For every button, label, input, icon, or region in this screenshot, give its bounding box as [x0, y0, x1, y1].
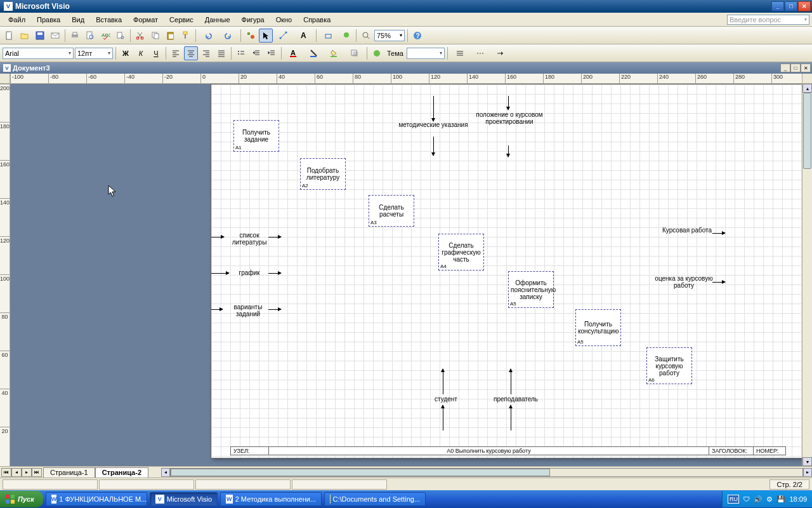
decrease-indent-button[interactable] [249, 46, 263, 60]
cut-button[interactable] [133, 29, 147, 43]
research-button[interactable] [114, 29, 128, 43]
fill-color-button[interactable] [339, 29, 353, 43]
menu-shape[interactable]: Фигура [236, 15, 270, 25]
hscroll-thumb[interactable] [171, 469, 550, 476]
block-a2[interactable]: Подобрать литературуА2 [300, 158, 346, 190]
block-a5b[interactable]: Получить консультациюА5 [575, 309, 621, 346]
shadow-button[interactable] [345, 46, 364, 60]
align-left-button[interactable] [169, 46, 183, 60]
print-preview-button[interactable] [83, 29, 97, 43]
horizontal-scrollbar[interactable] [170, 468, 803, 477]
italic-button[interactable]: К [134, 46, 148, 60]
format-painter-button[interactable] [179, 29, 193, 43]
shapes-button[interactable] [244, 29, 258, 43]
vertical-scrollbar[interactable]: ▴ ▾ [802, 84, 812, 466]
drawing-tools-button[interactable] [319, 29, 338, 43]
menu-data[interactable]: Данные [199, 15, 236, 25]
tab-nav-first[interactable]: ⏮ [1, 468, 11, 477]
redo-button[interactable] [219, 29, 238, 43]
doc-restore-button[interactable]: □ [790, 64, 801, 72]
taskbar-item-2[interactable]: VMicrosoft Visio [150, 492, 218, 506]
menu-edit[interactable]: Правка [31, 15, 66, 25]
copy-button[interactable] [148, 29, 162, 43]
tab-nav-next[interactable]: ▸ [22, 468, 32, 477]
tab-nav-last[interactable]: ⏭ [32, 468, 42, 477]
zoom-combo[interactable]: 75%▾ [374, 30, 405, 41]
menu-tools[interactable]: Сервис [164, 15, 199, 25]
zoom-out-icon[interactable] [359, 29, 373, 43]
doc-close-button[interactable]: ✕ [801, 64, 811, 72]
menu-help[interactable]: Справка [298, 15, 336, 25]
drawing-canvas[interactable]: Получить заданиеА1 Подобрать литературуА… [10, 84, 802, 466]
vscroll-thumb[interactable] [803, 93, 811, 169]
page-tab-1[interactable]: Страница-1 [43, 467, 95, 478]
underline-button[interactable]: Ч [149, 46, 163, 60]
line-ends-button[interactable] [491, 46, 510, 60]
bullets-button[interactable] [234, 46, 248, 60]
tray-icon-4[interactable]: 💾 [776, 495, 785, 504]
theme-icon[interactable] [370, 46, 384, 60]
clock[interactable]: 18:09 [789, 495, 807, 503]
start-button[interactable]: Пуск [0, 491, 43, 507]
block-a6[interactable]: Защитить курсовую работуА6 [646, 347, 692, 384]
block-a3[interactable]: Сделать расчетыА3 [369, 195, 414, 227]
block-a1[interactable]: Получить заданиеА1 [233, 120, 279, 152]
language-indicator[interactable]: RU [728, 495, 739, 504]
minimize-button[interactable]: _ [771, 1, 784, 11]
tab-nav-prev[interactable]: ◂ [11, 468, 22, 477]
block-a4[interactable]: Сделать графическую частьА4 [438, 234, 484, 271]
line-weight-button[interactable] [450, 46, 469, 60]
tray-icon-2[interactable]: 🔊 [754, 495, 763, 504]
horizontal-ruler[interactable]: -100-80-60-40-20020406080100120140160180… [10, 74, 802, 83]
font-size-combo[interactable]: 12пт▾ [75, 48, 113, 59]
save-button[interactable] [33, 29, 47, 43]
close-button[interactable]: ✕ [798, 1, 811, 11]
fill-bucket-button[interactable] [325, 46, 344, 60]
align-justify-button[interactable] [214, 46, 228, 60]
increase-indent-button[interactable] [265, 46, 278, 60]
align-center-button[interactable] [184, 46, 198, 60]
ask-question-box[interactable]: Введите вопрос▾ [727, 15, 809, 25]
paste-button[interactable] [164, 29, 178, 43]
bold-button[interactable]: Ж [119, 46, 133, 60]
hscroll-right-button[interactable]: ▸ [803, 468, 812, 477]
tray-icon-3[interactable]: ⚙ [766, 495, 773, 504]
status-cell-2 [99, 479, 194, 490]
spelling-button[interactable]: ABC [98, 29, 112, 43]
scroll-down-button[interactable]: ▾ [802, 457, 812, 466]
page-tab-2[interactable]: Страница-2 [95, 467, 148, 478]
menu-view[interactable]: Вид [66, 15, 90, 25]
undo-button[interactable] [199, 29, 218, 43]
connector-tool-button[interactable] [274, 29, 293, 43]
doc-minimize-button[interactable]: _ [780, 64, 790, 72]
block-a5[interactable]: Оформить пояснительную запискуА5 [508, 271, 554, 308]
taskbar-item-1[interactable]: W1 ФУНКЦИОНАЛЬНОЕ М... [46, 492, 147, 506]
menu-format[interactable]: Формат [128, 15, 164, 25]
restore-button[interactable]: □ [785, 1, 797, 11]
drawing-page[interactable]: Получить заданиеА1 Подобрать литературуА… [211, 84, 802, 458]
text-tool-button[interactable]: A [294, 29, 313, 43]
mail-button[interactable] [48, 29, 62, 43]
theme-combo[interactable]: ▾ [407, 48, 445, 59]
menu-insert[interactable]: Вставка [90, 15, 128, 25]
hscroll-left-button[interactable]: ◂ [161, 468, 170, 477]
print-button[interactable] [68, 29, 82, 43]
vertical-ruler[interactable]: 20018016014012010080604020 [0, 84, 10, 466]
line-pattern-button[interactable] [471, 46, 490, 60]
font-name-combo[interactable]: Arial▾ [3, 48, 74, 59]
align-right-button[interactable] [199, 46, 213, 60]
font-color-button[interactable]: A [284, 46, 303, 60]
line-color-button[interactable] [304, 46, 324, 60]
arrow-var-l [211, 309, 223, 310]
new-button[interactable] [3, 29, 16, 43]
help-button[interactable]: ? [410, 29, 424, 43]
pointer-tool-button[interactable] [259, 29, 273, 43]
menu-file[interactable]: Файл [3, 15, 31, 25]
tray-icon-1[interactable]: 🛡 [743, 495, 750, 503]
svg-text:A: A [291, 49, 296, 57]
menu-window[interactable]: Окно [270, 15, 298, 25]
taskbar-item-3[interactable]: W2 Методика выполнени... [220, 492, 322, 506]
taskbar-item-4[interactable]: C:\Documents and Setting... [324, 492, 426, 506]
scroll-up-button[interactable]: ▴ [802, 84, 812, 93]
open-button[interactable] [18, 29, 32, 43]
